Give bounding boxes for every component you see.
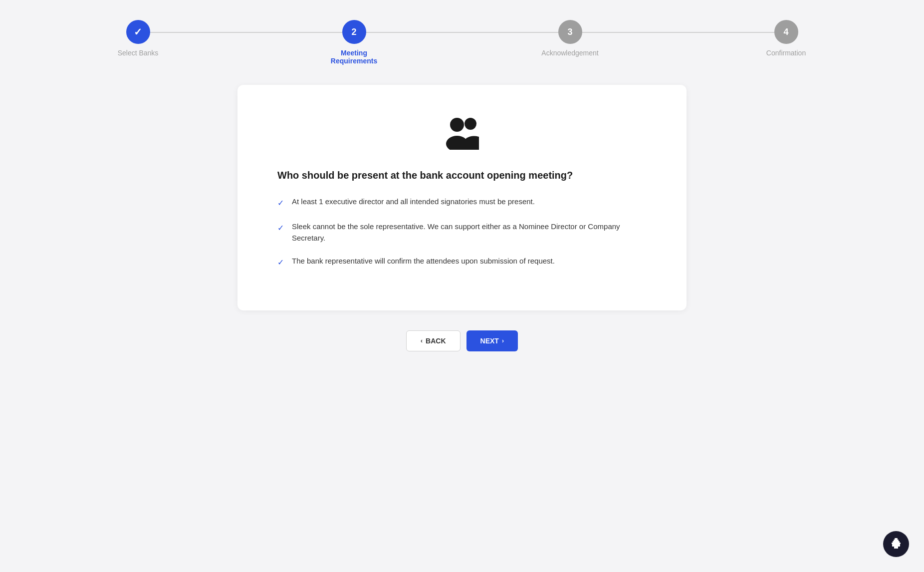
next-button[interactable]: NEXT › [466, 330, 518, 351]
check-icon-2: ✓ [277, 222, 284, 234]
checklist-item-3: ✓ The bank representative will confirm t… [277, 256, 647, 269]
step-3-number: 3 [567, 27, 572, 37]
step-confirmation: 4 Confirmation [678, 20, 894, 57]
svg-point-0 [450, 118, 464, 132]
svg-rect-6 [892, 543, 901, 544]
next-label: NEXT [480, 337, 499, 345]
main-card: Who should be present at the bank accoun… [237, 85, 687, 310]
checklist-item-1: ✓ At least 1 executive director and all … [277, 196, 647, 209]
checkmark-icon: ✓ [134, 26, 142, 38]
step-2-label: MeetingRequirements [331, 49, 377, 65]
step-2-circle: 2 [342, 20, 366, 44]
step-4-circle: 4 [774, 20, 798, 44]
icon-container [277, 115, 647, 150]
check-icon-3: ✓ [277, 257, 284, 269]
people-icon [442, 115, 482, 150]
svg-rect-8 [894, 547, 898, 549]
svg-rect-7 [892, 544, 900, 547]
back-chevron-icon: ‹ [421, 337, 423, 344]
step-1-label: Select Banks [118, 49, 159, 57]
checklist-item-2: ✓ Sleek cannot be the sole representativ… [277, 221, 647, 244]
step-4-label: Confirmation [766, 49, 806, 57]
back-label: BACK [426, 337, 446, 345]
step-3-circle: 3 [558, 20, 582, 44]
step-2-number: 2 [351, 27, 356, 37]
checklist: ✓ At least 1 executive director and all … [277, 196, 647, 281]
step-1-circle: ✓ [126, 20, 150, 44]
help-button[interactable] [883, 531, 909, 557]
check-icon-1: ✓ [277, 197, 284, 209]
step-4-number: 4 [783, 27, 788, 37]
svg-rect-3 [895, 538, 898, 540]
step-acknowledgement: 3 Acknowledgement [462, 20, 678, 57]
stepper: ✓ Select Banks 2 MeetingRequirements 3 A… [0, 0, 924, 75]
back-button[interactable]: ‹ BACK [406, 330, 460, 351]
step-select-banks: ✓ Select Banks [30, 20, 246, 57]
checklist-text-1: At least 1 executive director and all in… [292, 196, 535, 208]
svg-rect-5 [893, 541, 900, 543]
checklist-text-2: Sleek cannot be the sole representative.… [292, 221, 647, 244]
svg-point-2 [464, 118, 476, 130]
step-3-label: Acknowledgement [541, 49, 598, 57]
help-icon [889, 537, 903, 551]
next-chevron-icon: › [502, 337, 504, 344]
bottom-nav: ‹ BACK NEXT › [406, 330, 518, 351]
svg-rect-4 [894, 540, 899, 541]
checklist-text-3: The bank representative will confirm the… [292, 256, 555, 267]
step-meeting-requirements: 2 MeetingRequirements [246, 20, 462, 65]
card-title: Who should be present at the bank accoun… [277, 170, 573, 181]
